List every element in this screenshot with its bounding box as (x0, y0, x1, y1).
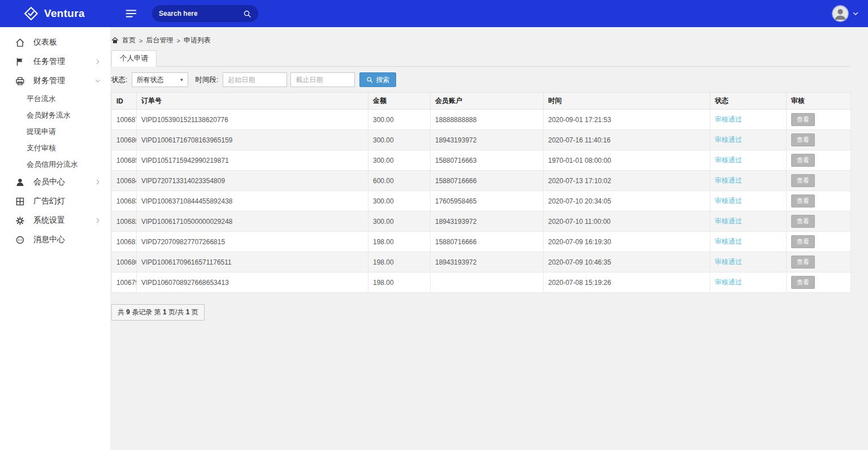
tab-personal-applications[interactable]: 个人申请 (111, 50, 157, 67)
view-button[interactable]: 查看 (791, 194, 815, 207)
table-row: 100686VIPD10061716708163965159300.001894… (112, 130, 851, 150)
sidebar-menu: 仪表板任务管理财务管理平台流水会员财务流水提现申请支付审核会员信用分流水会员中心… (0, 33, 110, 249)
top-header: Ventura (0, 0, 868, 27)
sidebar-subitem[interactable]: 提现申请 (0, 123, 110, 140)
cell-account: 15880716666 (431, 171, 544, 191)
chevron-down-icon (94, 77, 101, 84)
column-header: 时间 (544, 93, 710, 110)
status-link[interactable]: 审核通过 (715, 237, 742, 245)
cell-time: 1970-01-01 08:00:00 (544, 150, 710, 171)
cell-status: 审核通过 (710, 272, 787, 293)
sidebar-item[interactable]: 系统设置 (0, 211, 110, 230)
cell-account: 17605958465 (431, 191, 544, 211)
sidebar-item[interactable]: 任务管理 (0, 52, 110, 71)
view-button[interactable]: 查看 (791, 256, 815, 269)
end-date-input[interactable] (290, 72, 355, 87)
main-content: 首页 后台管理 申请列表 个人申请 状态: 所有状态 时间段: 搜索 ID订单号… (110, 27, 868, 450)
sidebar-subitem[interactable]: 支付审核 (0, 140, 110, 156)
cell-order-no: VIPD720713314023354809 (137, 171, 368, 191)
column-header: 订单号 (137, 93, 368, 110)
view-button[interactable]: 查看 (791, 215, 815, 228)
cell-order-no: VIPD1060708927668653413 (137, 272, 368, 293)
brand[interactable]: Ventura (0, 6, 110, 21)
breadcrumb-admin[interactable]: 后台管理 (146, 36, 173, 45)
tab-strip: 个人申请 (111, 50, 850, 67)
cell-id: 100686 (112, 130, 137, 150)
view-button[interactable]: 查看 (791, 133, 815, 146)
status-link[interactable]: 审核通过 (715, 156, 742, 164)
column-header: 审核 (787, 93, 851, 110)
cell-amount: 600.00 (368, 171, 431, 191)
status-link[interactable]: 审核通过 (715, 217, 742, 225)
table-row: 100685VIPD1051715942990219871300.0015880… (112, 150, 851, 171)
sidebar-subitem[interactable]: 会员财务流水 (0, 107, 110, 123)
settings-gear-icon (15, 216, 25, 226)
table-row: 100681VIPD720709827707266815198.00158807… (112, 232, 851, 252)
chevron-down-icon[interactable] (852, 10, 859, 17)
status-link[interactable]: 审核通过 (715, 115, 742, 123)
cell-amount: 300.00 (368, 130, 431, 150)
messages-icon (15, 235, 25, 245)
user-avatar[interactable] (832, 5, 849, 22)
sidebar-toggle-button[interactable] (125, 7, 137, 20)
cell-action: 查看 (787, 171, 851, 191)
view-button[interactable]: 查看 (791, 113, 815, 126)
cell-account (431, 272, 544, 293)
breadcrumb-separator (176, 37, 180, 45)
view-button[interactable]: 查看 (791, 235, 815, 248)
chevron-right-icon (94, 217, 101, 224)
cell-id: 100682 (112, 211, 137, 232)
sidebar-item[interactable]: 广告幻灯 (0, 192, 110, 211)
breadcrumb-separator (139, 37, 142, 45)
cell-time: 2020-07-10 20:34:05 (544, 191, 710, 211)
table-row: 100683VIPD10063710844455892438300.001760… (112, 191, 851, 211)
brand-name: Ventura (44, 7, 85, 20)
pagination-summary: 共 9 条记录 第 1 页/共 1 页 (111, 304, 205, 321)
breadcrumb-home[interactable]: 首页 (122, 36, 136, 45)
cell-status: 审核通过 (710, 191, 787, 211)
cell-account: 18943193972 (431, 130, 544, 150)
search-icon[interactable] (243, 10, 251, 18)
view-button[interactable]: 查看 (791, 276, 815, 289)
view-button[interactable]: 查看 (791, 154, 815, 167)
cell-action: 查看 (787, 252, 851, 272)
status-link[interactable]: 审核通过 (715, 258, 742, 266)
view-button[interactable]: 查看 (791, 174, 815, 187)
sidebar-item-label: 系统设置 (33, 215, 65, 226)
cell-action: 查看 (787, 191, 851, 211)
status-link[interactable]: 审核通过 (715, 136, 742, 144)
cell-amount: 300.00 (368, 191, 431, 211)
sidebar-subitem[interactable]: 会员信用分流水 (0, 156, 110, 172)
search-input[interactable] (159, 10, 243, 18)
filter-bar: 状态: 所有状态 时间段: 搜索 (111, 72, 850, 87)
table-row: 100684VIPD720713314023354809600.00158807… (112, 171, 851, 191)
sidebar-item[interactable]: 仪表板 (0, 33, 110, 52)
start-date-input[interactable] (223, 72, 287, 87)
status-select[interactable]: 所有状态 (132, 72, 188, 87)
period-filter-label: 时间段: (195, 75, 218, 85)
sidebar-item[interactable]: 消息中心 (0, 230, 110, 249)
status-select-value: 所有状态 (136, 75, 179, 85)
status-link[interactable]: 审核通过 (715, 176, 742, 184)
sidebar-item[interactable]: 会员中心 (0, 172, 110, 192)
cell-id: 100683 (112, 191, 137, 211)
cell-amount: 300.00 (368, 211, 431, 232)
cell-status: 审核通过 (710, 130, 787, 150)
cell-time: 2020-07-08 15:19:26 (544, 272, 710, 293)
cell-time: 2020-07-10 11:00:00 (544, 211, 710, 232)
sidebar-item-label: 会员中心 (33, 177, 65, 187)
header-search[interactable] (152, 5, 258, 22)
sidebar-item[interactable]: 财务管理 (0, 71, 110, 90)
sidebar-item-label: 广告幻灯 (33, 196, 65, 206)
search-button[interactable]: 搜索 (359, 72, 396, 87)
cell-status: 审核通过 (710, 171, 787, 191)
sidebar-item-label: 任务管理 (33, 57, 65, 67)
status-link[interactable]: 审核通过 (715, 278, 742, 286)
tasks-flag-icon (15, 57, 25, 67)
cell-account: 18888888888 (431, 110, 544, 130)
chevron-right-icon (94, 179, 101, 185)
column-header: 会员账户 (431, 93, 544, 110)
cell-time: 2020-09-01 17:21:53 (544, 110, 710, 130)
sidebar-subitem[interactable]: 平台流水 (0, 90, 110, 107)
status-link[interactable]: 审核通过 (715, 197, 742, 205)
